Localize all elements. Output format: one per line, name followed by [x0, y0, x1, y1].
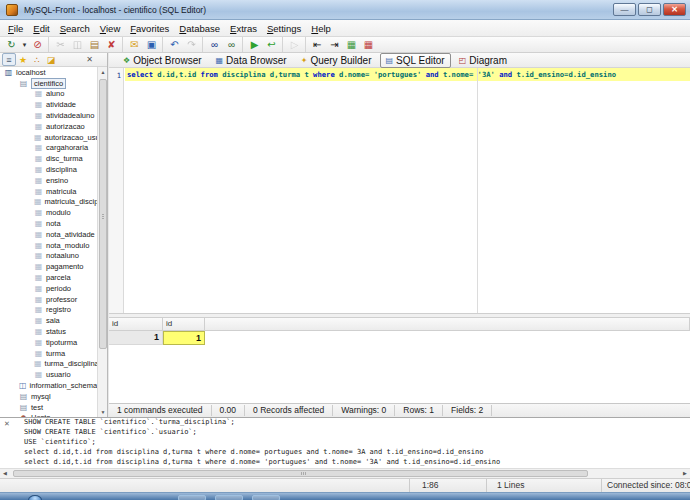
- scroll-up-icon[interactable]: ▲: [98, 67, 108, 77]
- start-button[interactable]: [28, 495, 42, 500]
- tree-item-atividadealuno[interactable]: ▦ atividadealuno: [0, 110, 97, 121]
- tree-item-turma_disciplina[interactable]: ▦ turma_disciplina: [0, 359, 97, 370]
- log-scrollbar[interactable]: ◀ ▶: [0, 468, 690, 478]
- copy-button[interactable]: ◫: [69, 37, 86, 52]
- refresh-dropdown[interactable]: ▾: [20, 37, 29, 52]
- run-file-button[interactable]: ▷: [286, 37, 306, 52]
- scroll-left-icon[interactable]: ◀: [0, 469, 10, 478]
- menu-item[interactable]: Search: [55, 21, 95, 36]
- result-cell[interactable]: 1: [109, 331, 163, 345]
- tree-item-usuario[interactable]: ▦ usuario: [0, 369, 97, 380]
- close-button[interactable]: ✕: [663, 3, 686, 16]
- tree-item-nota[interactable]: ▦ nota: [0, 218, 97, 229]
- sql-editor[interactable]: 1 select d.id,t.id from disciplina d,tur…: [109, 68, 690, 313]
- tree-item-cargahoraria[interactable]: ▦ cargahoraria: [0, 143, 97, 154]
- menu-item[interactable]: Settings: [262, 21, 306, 36]
- taskbar-app-button[interactable]: [178, 495, 206, 500]
- insert-record-button[interactable]: ▦: [343, 37, 360, 52]
- redo-button[interactable]: ↷: [183, 37, 203, 52]
- undo-button[interactable]: ↶: [166, 37, 183, 52]
- delete-button[interactable]: ✘: [103, 37, 123, 52]
- menu-item[interactable]: Extras: [225, 21, 262, 36]
- tree-item-aluno[interactable]: ▦ aluno: [0, 89, 97, 100]
- sql-log-panel[interactable]: ✕ SHOW CREATE TABLE `cientifico`.`turma`…: [0, 417, 690, 478]
- history-button[interactable]: ∴: [30, 53, 44, 66]
- tree-item-turma[interactable]: ▦ turma: [0, 348, 97, 359]
- tree-item-sala[interactable]: ▦ sala: [0, 315, 97, 326]
- tree-item-nota_atividade[interactable]: ▦ nota_atividade: [0, 229, 97, 240]
- tree-item-localhost[interactable]: ▥ localhost: [0, 67, 97, 78]
- log-close-button[interactable]: ✕: [2, 419, 12, 429]
- menu-item[interactable]: View: [95, 21, 125, 36]
- menu-item[interactable]: File: [3, 21, 28, 36]
- refresh-button[interactable]: ↻: [3, 37, 20, 52]
- menu-item[interactable]: Database: [174, 21, 225, 36]
- last-record-button[interactable]: ⇥: [326, 37, 343, 52]
- tree-item-mysql[interactable]: ▤ mysql: [0, 391, 97, 402]
- favorites-button[interactable]: ★: [16, 53, 30, 66]
- tree-item-modulo[interactable]: ▦ modulo: [0, 207, 97, 218]
- scroll-down-icon[interactable]: ▼: [98, 407, 108, 417]
- delete-record-button[interactable]: ▦: [360, 37, 377, 52]
- tab-diagram[interactable]: ◰ Diagram: [453, 53, 513, 68]
- tree-item-disciplina[interactable]: ▦ disciplina: [0, 164, 97, 175]
- column-header[interactable]: id: [163, 318, 205, 331]
- tree-item-registro[interactable]: ▦ registro: [0, 305, 97, 316]
- first-record-button[interactable]: ⇤: [309, 37, 326, 52]
- result-cell-selected[interactable]: 1: [163, 331, 205, 345]
- query-status-line: 1 commands executed0.000 Records affecte…: [109, 403, 690, 417]
- save-button[interactable]: ▣: [143, 37, 163, 52]
- tree-item-test[interactable]: ▤ test: [0, 402, 97, 413]
- tab-data-browser[interactable]: ▦ Data Browser: [210, 53, 293, 68]
- taskbar-app-button[interactable]: [215, 495, 243, 500]
- run-file-icon: ▷: [291, 38, 299, 52]
- menu-item[interactable]: Favorites: [125, 21, 174, 36]
- tree-item-parcela[interactable]: ▦ parcela: [0, 272, 97, 283]
- sql-query-line[interactable]: select d.id,t.id from disciplina d,turma…: [125, 68, 690, 81]
- results-grid: id id 1 1: [109, 318, 690, 403]
- tree-scroll-thumb[interactable]: [99, 79, 107, 349]
- replace-button[interactable]: ∞: [223, 37, 243, 52]
- tree-item-information_schema[interactable]: ◫ information_schema: [0, 380, 97, 391]
- tab-sql-editor[interactable]: ▤ SQL Editor: [380, 53, 451, 68]
- open-button[interactable]: ✉: [126, 37, 143, 52]
- tree-item-nota_modulo[interactable]: ▦ nota_modulo: [0, 240, 97, 251]
- tree-item-disc_turma[interactable]: ▦ disc_turma: [0, 153, 97, 164]
- minimize-button[interactable]: —: [613, 3, 636, 16]
- tree-item-matricula[interactable]: ▦ matricula: [0, 186, 97, 197]
- tree-item-tipoturma[interactable]: ▦ tipoturma: [0, 337, 97, 348]
- tab-object-browser[interactable]: ❖ Object Browser: [117, 53, 208, 68]
- tree-item-status[interactable]: ▦ status: [0, 326, 97, 337]
- tree-item-matricula_disciplina[interactable]: ▦ matricula_disciplina: [0, 197, 97, 208]
- tree-item-ensino[interactable]: ▦ ensino: [0, 175, 97, 186]
- last-record-icon: ⇥: [330, 38, 338, 52]
- scroll-right-icon[interactable]: ▶: [680, 469, 690, 478]
- run-button[interactable]: ▶: [246, 37, 263, 52]
- paste-button[interactable]: ▤: [86, 37, 103, 52]
- tree-item-atividade[interactable]: ▦ atividade: [0, 99, 97, 110]
- tree-item-periodo[interactable]: ▦ periodo: [0, 283, 97, 294]
- taskbar[interactable]: [0, 492, 690, 500]
- cut-button[interactable]: ✂: [52, 37, 69, 52]
- column-header[interactable]: id: [109, 318, 163, 331]
- package-button[interactable]: ◪: [44, 53, 58, 66]
- post-button[interactable]: ↩: [263, 37, 283, 52]
- tree-item-autorizacao_usuario[interactable]: ▦ autorizacao_usuario: [0, 132, 97, 143]
- stop-button[interactable]: ⊘: [29, 37, 49, 52]
- tree-item-notaaluno[interactable]: ▦ notaaluno: [0, 251, 97, 262]
- tree-item-professor[interactable]: ▦ professor: [0, 294, 97, 305]
- tree-scrollbar[interactable]: ▲ ▼: [97, 67, 107, 417]
- clipboard-icon: ▤: [90, 38, 99, 52]
- tree-item-pagamento[interactable]: ▦ pagamento: [0, 261, 97, 272]
- menu-item[interactable]: Edit: [28, 21, 54, 36]
- sidebar-close-button[interactable]: ✕: [84, 54, 95, 65]
- tree-item-autorizacao[interactable]: ▦ autorizacao: [0, 121, 97, 132]
- menu-item[interactable]: Help: [306, 21, 336, 36]
- find-button[interactable]: ∞: [206, 37, 223, 52]
- taskbar-app-button[interactable]: [252, 495, 280, 500]
- tree-view-button[interactable]: ≡: [2, 53, 16, 66]
- maximize-button[interactable]: ◻: [638, 3, 661, 16]
- tab-query-builder[interactable]: ✦ Query Builder: [295, 53, 378, 68]
- log-scroll-thumb[interactable]: [13, 470, 588, 477]
- tree-item-cientifico[interactable]: ▤ cientifico: [0, 78, 97, 89]
